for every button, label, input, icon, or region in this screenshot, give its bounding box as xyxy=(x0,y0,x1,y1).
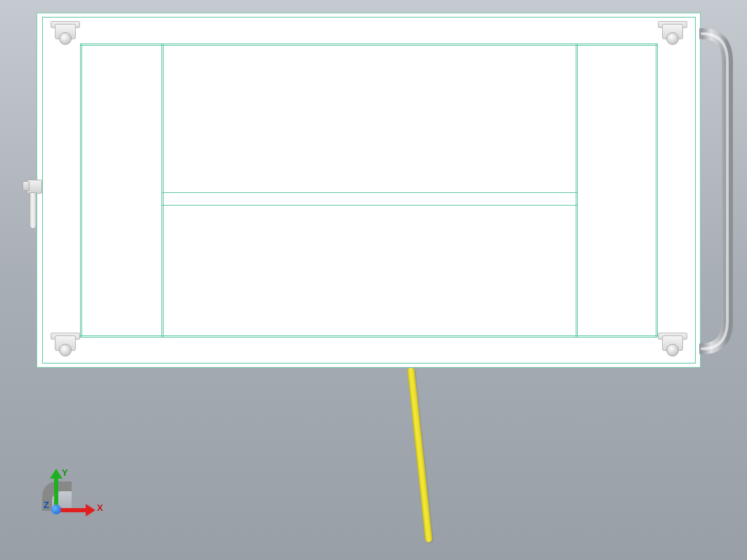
axis-triad[interactable]: Y X Z xyxy=(28,467,91,531)
model-side-latch xyxy=(22,180,42,230)
frame-edge-bottom xyxy=(42,363,695,364)
caster-top-right xyxy=(656,20,689,48)
crossmember-top-edge xyxy=(80,45,657,46)
frame-edge-left xyxy=(42,17,43,364)
stringer-inner-left xyxy=(161,44,162,337)
stringer-outer-right-edge xyxy=(657,44,658,337)
axis-y-label: Y xyxy=(62,467,68,478)
model-yellow-rod xyxy=(407,367,432,542)
stringer-inner-right-edge xyxy=(577,44,578,337)
stringer-inner-right xyxy=(576,44,576,337)
axis-z-dot-icon[interactable] xyxy=(51,505,61,514)
stringer-outer-right xyxy=(656,44,656,337)
crossmember-top xyxy=(80,44,657,44)
crossmember-bottom-edge xyxy=(80,337,657,338)
model-main-body xyxy=(37,13,701,368)
frame-edge-right xyxy=(695,17,696,364)
caster-top-left xyxy=(49,20,81,48)
stringer-outer-left xyxy=(80,44,81,337)
stringer-inner-left-edge xyxy=(163,44,164,337)
axis-x-label: X xyxy=(97,502,103,513)
cad-viewport[interactable]: Y X Z xyxy=(0,0,747,560)
axis-z-label: Z xyxy=(44,500,49,510)
axis-y-arrowhead-icon xyxy=(50,469,62,479)
crossmember-bottom xyxy=(80,335,657,336)
caster-bottom-left xyxy=(49,331,81,359)
axis-x-arrowhead-icon xyxy=(86,504,95,516)
crossmember-mid-upper xyxy=(161,192,577,193)
model-handle xyxy=(699,28,736,354)
frame-edge-top xyxy=(42,17,695,18)
crossmember-mid-lower xyxy=(161,205,577,206)
stringer-outer-left-edge xyxy=(81,44,82,337)
caster-bottom-right xyxy=(656,331,689,359)
